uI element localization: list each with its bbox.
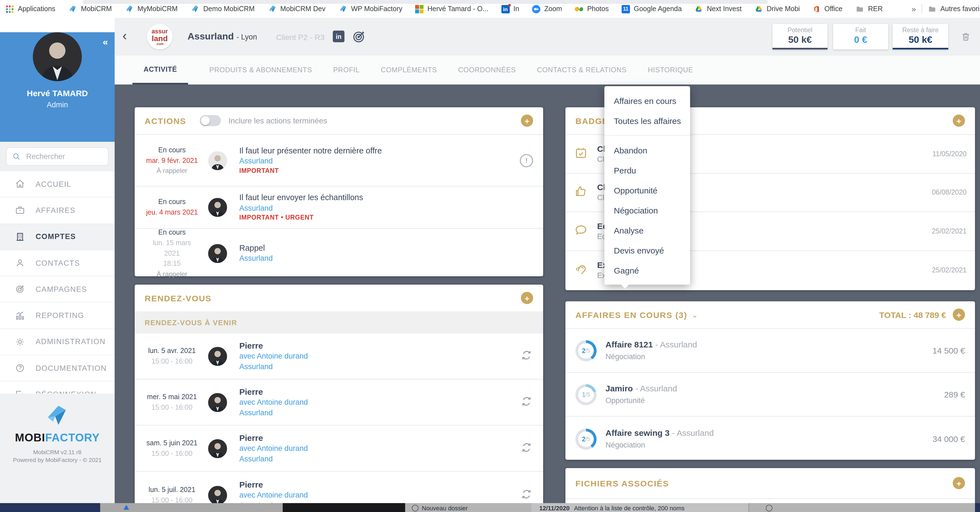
tab-complements[interactable]: COMPLÉMENTS bbox=[381, 55, 437, 84]
rdv-company-link[interactable]: Assurland bbox=[239, 361, 308, 372]
bookmark-label: Autres favoris bbox=[940, 5, 980, 13]
bookmark-next-invest[interactable]: Next Invest bbox=[695, 5, 741, 13]
bookmark-rer-folder[interactable]: RER bbox=[855, 5, 883, 13]
progress-ring: 2/5 bbox=[576, 428, 597, 449]
bookmark-office[interactable]: Office bbox=[813, 5, 843, 13]
action-tags: IMPORTANT bbox=[239, 166, 382, 175]
rdv-with-link[interactable]: avec Antoine durand bbox=[239, 398, 308, 408]
company-logo: assurland.com bbox=[147, 24, 172, 49]
bookmark-mobicrm-dev[interactable]: MobiCRM Dev bbox=[267, 5, 326, 13]
bookmark-linkedin[interactable]: in In bbox=[501, 5, 519, 13]
strip-new-folder[interactable]: Nouveau dossier bbox=[405, 503, 531, 512]
tab-contacts-relations[interactable]: CONTACTS & RELATIONS bbox=[537, 55, 627, 84]
rdv-company-link[interactable]: Assurland bbox=[239, 454, 308, 464]
origami-bird-icon bbox=[68, 5, 77, 13]
chevron-down-icon[interactable]: ⌄ bbox=[692, 311, 698, 319]
bookmark-other-favorites[interactable]: Autres favoris bbox=[928, 5, 980, 13]
bookmark-drive-mobi[interactable]: Drive Mobi bbox=[754, 5, 800, 13]
bookmarks-overflow-chevron[interactable]: » bbox=[912, 5, 916, 13]
drive-icon bbox=[695, 5, 703, 13]
dropdown-item-opportunite[interactable]: Opportunité bbox=[605, 180, 690, 200]
rdv-row[interactable]: mer. 5 mai 2021 15:00 - 16:00 Pierre ave… bbox=[135, 380, 543, 426]
tab-produits-abonnements[interactable]: PRODUITS & ABONNEMENTS bbox=[209, 55, 312, 84]
affaire-name: Jamiro bbox=[606, 384, 633, 393]
bookmark-wp-mobifactory[interactable]: WP MobiFactory bbox=[338, 5, 402, 13]
home-icon bbox=[14, 178, 25, 190]
bookmark-herve-tamard[interactable]: Hervé Tamard - O... bbox=[415, 5, 488, 13]
dropdown-item-devis-envoye[interactable]: Devis envoyé bbox=[605, 240, 690, 260]
rdv-company-link[interactable]: Assurland bbox=[239, 408, 308, 418]
actions-panel: ACTIONS Inclure les actions terminées + … bbox=[135, 107, 543, 276]
ear-listening-icon bbox=[574, 262, 588, 279]
dropdown-item-negociation[interactable]: Négociation bbox=[605, 200, 690, 220]
bookmark-label: Applications bbox=[18, 5, 56, 13]
dropdown-item-affaires-en-cours[interactable]: Affaires en cours bbox=[605, 90, 690, 111]
bookmark-applications[interactable]: Applications bbox=[6, 5, 56, 13]
sidebar-item-contacts[interactable]: CONTACTS bbox=[0, 250, 115, 277]
dropdown-item-analyse[interactable]: Analyse bbox=[605, 220, 690, 240]
action-row[interactable]: En cours mar. 9 févr. 2021 À rappeler Il… bbox=[135, 135, 543, 187]
dropdown-item-abandon[interactable]: Abandon bbox=[605, 140, 690, 160]
action-company-link[interactable]: Assurland bbox=[239, 157, 382, 166]
bookmark-label: MobiCRM bbox=[81, 5, 112, 13]
back-button[interactable]: ‹ bbox=[123, 28, 127, 43]
search-input[interactable] bbox=[25, 152, 100, 161]
affaire-row[interactable]: 1/5 Jamiro - Assurland Opportunité 289 € bbox=[565, 373, 975, 417]
rdv-row[interactable]: lun. 5 avr. 2021 15:00 - 16:00 Pierre av… bbox=[135, 334, 543, 380]
sidebar-collapse-icon[interactable]: « bbox=[103, 37, 108, 48]
user-name: Hervé TAMARD bbox=[0, 89, 115, 98]
bookmark-demo-mobicrm[interactable]: Demo MobiCRM bbox=[190, 5, 255, 13]
sidebar-item-reporting[interactable]: REPORTING bbox=[0, 303, 115, 329]
search-box[interactable] bbox=[6, 147, 108, 166]
dropdown-item-toutes-les-affaires[interactable]: Toutes les affaires bbox=[605, 111, 690, 131]
bookmark-google-agenda[interactable]: 11 Google Agenda bbox=[622, 5, 682, 13]
rdv-time: 15:00 - 16:00 bbox=[145, 402, 199, 413]
affaire-row[interactable]: 2/5 Affaire sewing 3 - Assurland Négocia… bbox=[565, 417, 975, 461]
sidebar-item-accueil[interactable]: ACCUEIL bbox=[0, 171, 115, 198]
add-action-button[interactable]: + bbox=[521, 114, 533, 127]
bookmark-mobicrm[interactable]: MobiCRM bbox=[68, 5, 112, 13]
tab-activite[interactable]: ACTIVITÉ bbox=[132, 55, 188, 84]
bookmark-photos[interactable]: Photos bbox=[575, 5, 609, 13]
sidebar-item-documentation[interactable]: DOCUMENTATION bbox=[0, 355, 115, 382]
action-company-link[interactable]: Assurland bbox=[239, 254, 273, 263]
rdv-with-link[interactable]: avec Antoine durand bbox=[239, 491, 308, 501]
target-icon[interactable] bbox=[352, 30, 366, 46]
action-row[interactable]: En cours jeu. 4 mars 2021 Il faut leur e… bbox=[135, 187, 543, 229]
linkedin-icon[interactable]: in bbox=[333, 30, 344, 42]
affaire-row[interactable]: 2/5 Affaire 8121 - Assurland Négociation… bbox=[565, 329, 975, 373]
sidebar-profile: « Hervé TAMARD Admin bbox=[0, 32, 115, 142]
bookmark-mymobicrm[interactable]: MyMobiCRM bbox=[125, 5, 178, 13]
bookmark-zoom[interactable]: Zoom bbox=[532, 5, 562, 13]
add-affaire-button[interactable]: + bbox=[953, 309, 965, 321]
add-badge-button[interactable]: + bbox=[953, 114, 965, 127]
add-rdv-button[interactable]: + bbox=[521, 292, 533, 304]
rdv-with-link[interactable]: avec Antoine durand bbox=[239, 352, 308, 361]
trash-icon[interactable] bbox=[961, 31, 971, 44]
sidebar-item-campagnes[interactable]: CAMPAGNES bbox=[0, 276, 115, 303]
rdv-name: Pierre bbox=[239, 340, 308, 352]
sidebar-item-affaires[interactable]: AFFAIRES bbox=[0, 198, 115, 224]
person-icon bbox=[14, 257, 25, 268]
include-done-toggle[interactable] bbox=[199, 115, 221, 126]
rdv-row[interactable]: sam. 5 juin 2021 15:00 - 16:00 Pierre av… bbox=[135, 426, 543, 472]
sidebar-item-comptes[interactable]: COMPTES bbox=[0, 224, 115, 250]
action-company-link[interactable]: Assurland bbox=[239, 203, 363, 214]
dropdown-item-perdu[interactable]: Perdu bbox=[605, 160, 690, 180]
photos-icon bbox=[575, 5, 583, 13]
dropdown-item-gagne[interactable]: Gagné bbox=[605, 260, 690, 280]
tab-coordonnees[interactable]: COORDONNÉES bbox=[458, 55, 515, 84]
action-row[interactable]: En cours lun. 15 mars 2021 18:15 À rappe… bbox=[135, 229, 543, 277]
tab-profil[interactable]: PROFIL bbox=[333, 55, 360, 84]
rdv-with-link[interactable]: avec Antoine durand bbox=[239, 444, 308, 454]
help-icon bbox=[14, 363, 25, 374]
office-icon bbox=[813, 5, 821, 13]
affaire-company: - Assurland bbox=[672, 428, 714, 438]
action-note: À rappeler bbox=[145, 166, 199, 176]
bookmark-label: Photos bbox=[587, 5, 609, 13]
tab-historique[interactable]: HISTORIQUE bbox=[648, 55, 693, 84]
add-file-button[interactable]: + bbox=[953, 477, 965, 489]
affaire-stage: Négociation bbox=[606, 352, 697, 363]
rdv-name: Pierre bbox=[239, 386, 308, 398]
sidebar-item-administration[interactable]: ADMINISTRATION bbox=[0, 329, 115, 355]
